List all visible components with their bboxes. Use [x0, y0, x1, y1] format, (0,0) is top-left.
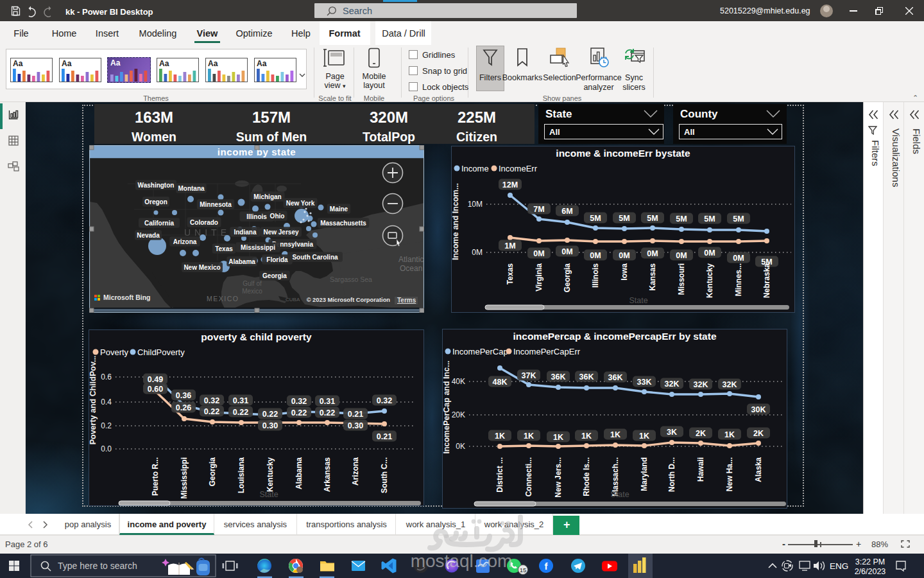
svg-text:Hawaii: Hawaii — [696, 457, 705, 482]
svg-text:Georgia: Georgia — [262, 272, 287, 279]
svg-text:Terms: Terms — [397, 297, 416, 304]
svg-text:CUBA: CUBA — [286, 297, 300, 302]
svg-text:Mississippi: Mississippi — [180, 457, 189, 499]
svg-text:7M: 7M — [533, 205, 544, 214]
svg-text:North D...: North D... — [667, 457, 676, 492]
svg-text:income & incomeErr bystate: income & incomeErr bystate — [556, 148, 690, 159]
svg-text:0M: 0M — [561, 247, 572, 256]
svg-text:0.21: 0.21 — [377, 432, 392, 441]
svg-text:0.49: 0.49 — [148, 375, 163, 384]
svg-text:Texas: Texas — [506, 263, 515, 285]
svg-text:0.0: 0.0 — [101, 444, 112, 453]
svg-text:Kentucky: Kentucky — [266, 457, 275, 492]
svg-text:0M: 0M — [472, 248, 483, 257]
svg-text:© 2023 Microsoft Corporation: © 2023 Microsoft Corporation — [307, 297, 391, 303]
svg-text:Gulf of: Gulf of — [243, 280, 262, 287]
svg-text:40K: 40K — [452, 377, 465, 386]
svg-text:Illinois: Illinois — [591, 263, 600, 288]
svg-text:0.22: 0.22 — [204, 407, 219, 416]
svg-text:Oregon: Oregon — [144, 198, 167, 206]
svg-text:0M: 0M — [533, 249, 544, 258]
svg-text:2/6/2023: 2/6/2023 — [855, 567, 886, 576]
svg-text:0.4: 0.4 — [101, 398, 112, 407]
svg-text:5M: 5M — [619, 214, 629, 223]
svg-text:State: State — [259, 490, 278, 499]
svg-text:Texas: Texas — [215, 245, 233, 252]
svg-text:6M: 6M — [561, 207, 572, 216]
svg-text:0.36: 0.36 — [176, 391, 191, 400]
svg-text:Minnes...: Minnes... — [734, 263, 743, 296]
svg-text:Maine: Maine — [330, 206, 348, 213]
svg-text:District ...: District ... — [495, 457, 504, 493]
svg-text:0.21: 0.21 — [348, 410, 363, 419]
svg-text:Georgia: Georgia — [208, 457, 217, 487]
svg-text:0M: 0M — [676, 251, 687, 260]
svg-text:IncomePerCap: IncomePerCap — [452, 347, 508, 356]
svg-text:Microsoft Bing: Microsoft Bing — [103, 293, 151, 301]
svg-text:MEXICO: MEXICO — [207, 295, 239, 302]
svg-text:South C...: South C... — [380, 457, 389, 493]
svg-text:Arkansas: Arkansas — [323, 457, 332, 492]
svg-text:33K: 33K — [637, 378, 652, 387]
svg-text:Type here to search: Type here to search — [58, 561, 137, 571]
svg-text:0M: 0M — [590, 251, 601, 260]
svg-text:Sargasso Sea: Sargasso Sea — [330, 276, 372, 283]
svg-text:0.31: 0.31 — [233, 396, 248, 405]
svg-text:32K: 32K — [694, 380, 708, 389]
svg-text:0M: 0M — [647, 249, 658, 258]
svg-text:30K: 30K — [751, 405, 766, 414]
svg-text:New Jersey: New Jersey — [263, 229, 298, 236]
svg-text:Ocean: Ocean — [400, 264, 422, 273]
svg-text:New Mexico: New Mexico — [184, 264, 220, 271]
svg-text:Nebraska: Nebraska — [762, 263, 771, 298]
svg-text:0.30: 0.30 — [262, 421, 278, 430]
svg-text:Income and Incom...: Income and Incom... — [451, 183, 460, 260]
svg-text:3:22 PM: 3:22 PM — [855, 557, 886, 566]
svg-text:Indiana: Indiana — [234, 229, 256, 236]
svg-text:36K: 36K — [608, 373, 623, 382]
svg-text:1M: 1M — [504, 241, 515, 250]
svg-text:0.32: 0.32 — [291, 397, 307, 406]
svg-text:36K: 36K — [551, 372, 566, 381]
svg-text:California: California — [144, 220, 175, 227]
svg-text:Arizona: Arizona — [351, 457, 360, 486]
svg-text:36K: 36K — [579, 372, 594, 381]
svg-text:mostaql.com: mostaql.com — [411, 551, 513, 571]
svg-text:5M: 5M — [590, 214, 601, 223]
svg-text:10M: 10M — [468, 200, 483, 209]
svg-text:0M: 0M — [704, 249, 715, 258]
svg-text:poverty & child poverty: poverty & child poverty — [201, 331, 312, 342]
svg-text:State: State — [610, 490, 629, 499]
svg-text:2K: 2K — [696, 429, 706, 438]
svg-text:48K: 48K — [493, 378, 508, 387]
svg-text:Michigan: Michigan — [253, 193, 281, 200]
svg-text:Iowa: Iowa — [620, 263, 629, 281]
svg-text:Kentucky: Kentucky — [705, 263, 714, 298]
svg-text:ChildPoverty: ChildPoverty — [137, 347, 185, 357]
svg-text:5M: 5M — [704, 215, 715, 223]
svg-text:1K: 1K — [724, 430, 735, 439]
svg-text:Puerto R...: Puerto R... — [151, 457, 160, 496]
svg-text:0K: 0K — [456, 442, 465, 451]
svg-text:Ohio: Ohio — [270, 213, 285, 220]
svg-text:1K: 1K — [553, 433, 563, 442]
svg-text:Nevada: Nevada — [137, 232, 160, 239]
svg-text:ENG: ENG — [830, 561, 848, 571]
svg-text:IncomePerCapErr: IncomePerCapErr — [513, 347, 581, 356]
svg-text:0.32: 0.32 — [377, 396, 392, 405]
svg-text:Alaska: Alaska — [754, 457, 763, 482]
svg-text:0.26: 0.26 — [176, 403, 191, 412]
svg-text:5M: 5M — [647, 214, 658, 223]
svg-text:Louisiana: Louisiana — [237, 457, 246, 493]
svg-text:0.22: 0.22 — [233, 408, 248, 417]
svg-text:New Jers...: New Jers... — [554, 457, 563, 498]
svg-text:0.31: 0.31 — [320, 397, 335, 406]
svg-text:1K: 1K — [524, 432, 534, 441]
svg-text:IncomeErr: IncomeErr — [499, 164, 538, 173]
svg-text:Washington: Washington — [138, 182, 175, 189]
svg-text:New Ha...: New Ha... — [725, 457, 734, 491]
svg-text:12M: 12M — [502, 180, 518, 189]
svg-text:0.22: 0.22 — [262, 410, 278, 419]
svg-text:32K: 32K — [665, 380, 680, 389]
svg-text:1K: 1K — [495, 432, 505, 441]
